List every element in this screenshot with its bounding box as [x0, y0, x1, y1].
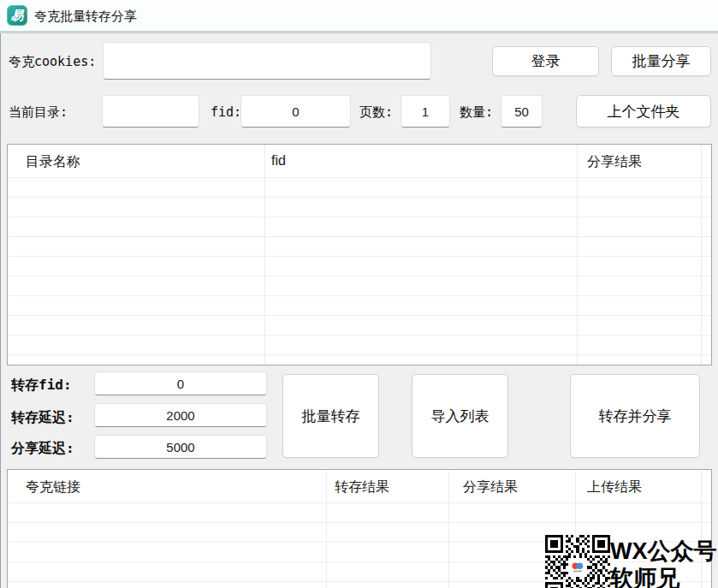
current-dir-input[interactable] [102, 95, 199, 128]
link-col-url[interactable]: 夸克链接 [26, 478, 80, 496]
dir-col-divider-2 [577, 145, 578, 365]
pages-input[interactable] [401, 95, 450, 128]
transfer-and-share-button[interactable]: 转存并分享 [570, 374, 700, 458]
transfer-fid-input[interactable] [94, 371, 267, 395]
link-table-header: 夸克链接 转存结果 分享结果 上传结果 [8, 470, 711, 503]
promo-subtitle: 软师兄 [610, 563, 679, 588]
fid-input[interactable] [240, 95, 351, 128]
link-col-share-result[interactable]: 分享结果 [463, 478, 518, 496]
titlebar[interactable]: 易 夸克批量转存分享 [0, 0, 718, 31]
transfer-delay-input[interactable] [94, 403, 267, 427]
wechat-qr-code [545, 535, 610, 588]
parent-folder-button[interactable]: 上个文件夹 [576, 95, 711, 128]
transfer-delay-label: 转存延迟: [11, 409, 74, 427]
dir-col-name[interactable]: 目录名称 [26, 153, 80, 171]
cookies-input[interactable] [103, 42, 431, 80]
link-col-upload-result[interactable]: 上传结果 [587, 478, 642, 496]
titlebar-separator [0, 31, 718, 33]
count-label: 数量: [460, 104, 493, 121]
app-icon: 易 [7, 5, 27, 26]
app-window: 易 夸克批量转存分享 夸克cookies: 登录 批量分享 当前目录: fid:… [0, 0, 718, 588]
link-col-divider-2 [448, 470, 449, 588]
fid-label: fid: [211, 104, 241, 120]
directory-table-rows[interactable] [8, 178, 711, 365]
batch-transfer-button[interactable]: 批量转存 [282, 374, 379, 458]
dir-col-fid[interactable]: fid [271, 153, 286, 169]
dir-table-scrollbar-track[interactable] [701, 145, 702, 365]
dir-col-share-result[interactable]: 分享结果 [587, 153, 642, 171]
import-list-button[interactable]: 导入列表 [412, 374, 508, 458]
batch-share-button[interactable]: 批量分享 [611, 46, 711, 76]
qr-center-logo [569, 559, 585, 575]
current-dir-label: 当前目录: [9, 104, 68, 121]
link-col-transfer-result[interactable]: 转存结果 [335, 478, 389, 496]
login-button[interactable]: 登录 [492, 46, 599, 76]
count-input[interactable] [501, 95, 543, 128]
link-table-scrollbar-track[interactable] [701, 470, 702, 588]
directory-table[interactable]: 目录名称 fid 分享结果 [7, 144, 712, 365]
dir-col-divider-1 [264, 145, 265, 365]
share-delay-input[interactable] [94, 435, 267, 459]
link-col-divider-1 [326, 470, 327, 588]
transfer-fid-label: 转存fid: [11, 377, 72, 395]
share-delay-label: 分享延迟: [11, 440, 74, 458]
window-title: 夸克批量转存分享 [34, 9, 137, 25]
promo-title: WX公众号 [610, 536, 717, 567]
window-border-left [0, 0, 1, 588]
cookies-label: 夸克cookies: [9, 54, 96, 70]
pages-label: 页数: [359, 104, 393, 121]
directory-table-header: 目录名称 fid 分享结果 [8, 145, 711, 178]
